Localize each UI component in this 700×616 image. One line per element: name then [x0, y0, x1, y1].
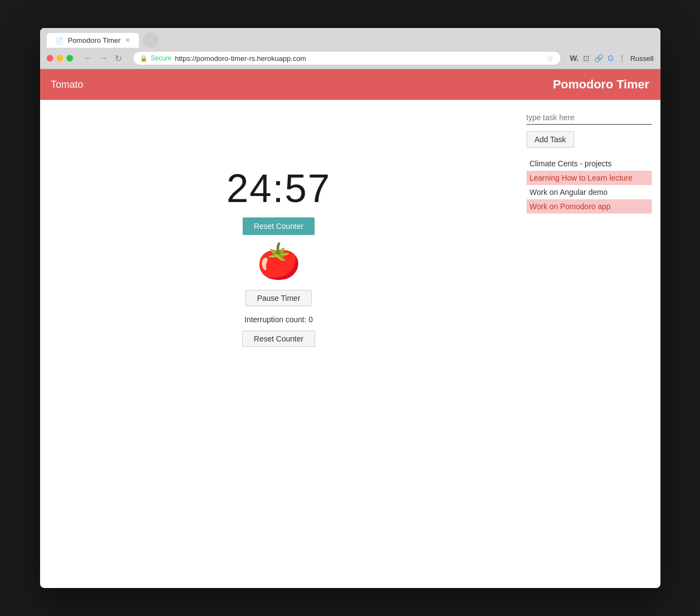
tab-close-icon[interactable]: ✕ [125, 37, 130, 44]
tab-page-icon: 📄 [55, 37, 64, 44]
list-item[interactable]: Learning How to Learn lecture [527, 171, 652, 185]
timer-section: 24:57 Reset Counter 🍅 Pause Timer Interr… [40, 100, 518, 572]
list-item[interactable]: Work on Angular demo [527, 185, 652, 199]
timer-display: 24:57 [226, 166, 331, 211]
back-button[interactable]: ← [82, 52, 95, 64]
user-name: Russell [630, 54, 654, 63]
link-icon[interactable]: 🔗 [594, 54, 603, 63]
toolbar-icons: W. ⊡ 🔗 G ⋮ Russell [570, 54, 654, 63]
traffic-lights [47, 55, 73, 61]
task-section: Add Task Climate Cents - projects Learni… [518, 100, 660, 572]
new-tab-area [143, 32, 159, 48]
star-icon[interactable]: ☆ [547, 54, 554, 63]
refresh-button[interactable]: ↻ [113, 52, 124, 65]
task-input[interactable] [527, 111, 652, 125]
secure-label: Secure [151, 54, 172, 62]
interruption-count: Interruption count: 0 [244, 315, 313, 324]
url-text: https://pomodoro-timer-rs.herokuapp.com [175, 54, 306, 63]
reset-counter-bottom-button[interactable]: Reset Counter [242, 331, 315, 347]
browser-nav: ← → ↻ [82, 52, 124, 65]
google-icon[interactable]: G [608, 54, 614, 63]
tomato-emoji: 🍅 [257, 244, 301, 279]
close-traffic-light[interactable] [47, 55, 53, 61]
app-container: Tomato Pomodoro Timer 24:57 Reset Counte… [40, 69, 660, 572]
browser-toolbar: ← → ↻ 🔒 Secure https://pomodoro-timer-rs… [40, 48, 660, 69]
secure-icon: 🔒 [140, 55, 148, 62]
tab-title: Pomodoro Timer [68, 36, 121, 44]
menu-icon[interactable]: ⋮ [618, 54, 626, 63]
list-item[interactable]: Climate Cents - projects [527, 156, 652, 171]
reset-counter-top-button[interactable]: Reset Counter [243, 217, 314, 235]
w-icon[interactable]: W. [570, 54, 579, 63]
browser-tab[interactable]: 📄 Pomodoro Timer ✕ [47, 33, 139, 48]
minimize-traffic-light[interactable] [57, 55, 63, 61]
main-content: 24:57 Reset Counter 🍅 Pause Timer Interr… [40, 100, 660, 572]
forward-button[interactable]: → [97, 52, 110, 64]
maximize-traffic-light[interactable] [66, 55, 73, 61]
pause-timer-button[interactable]: Pause Timer [245, 290, 312, 306]
task-list: Climate Cents - projects Learning How to… [527, 156, 652, 214]
navbar-brand: Tomato [51, 79, 83, 91]
extensions-icon[interactable]: ⊡ [583, 54, 590, 63]
navbar-title: Pomodoro Timer [553, 77, 649, 92]
tab-bar: 📄 Pomodoro Timer ✕ [40, 28, 660, 48]
add-task-button[interactable]: Add Task [527, 131, 574, 148]
browser-window: 📄 Pomodoro Timer ✕ ← → ↻ 🔒 Secure https:… [40, 28, 660, 588]
address-bar[interactable]: 🔒 Secure https://pomodoro-timer-rs.herok… [133, 51, 561, 65]
list-item[interactable]: Work on Pomodoro app [527, 199, 652, 214]
navbar: Tomato Pomodoro Timer [40, 69, 660, 100]
